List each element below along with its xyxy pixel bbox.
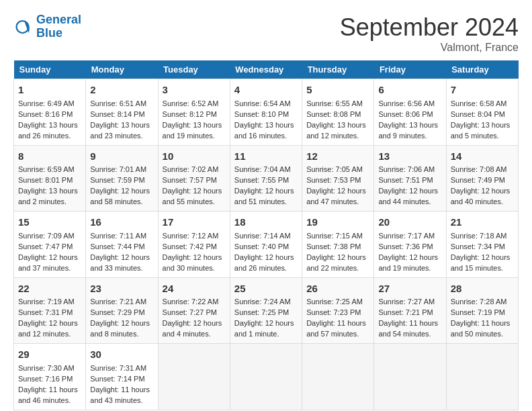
day-cell-7: 7Sunrise: 6:58 AMSunset: 8:04 PMDaylight… (446, 79, 518, 146)
day-number: 7 (451, 83, 514, 97)
daylight-label: Daylight: 13 hours and 5 minutes. (451, 121, 511, 140)
sunrise-label: Sunrise: 7:27 AM (378, 298, 435, 306)
logo-icon (13, 17, 34, 37)
day-number: 8 (18, 149, 81, 164)
day-number: 9 (90, 149, 153, 164)
day-cell-15: 15Sunrise: 7:09 AMSunset: 7:47 PMDayligh… (14, 212, 86, 278)
header-friday: Friday (374, 60, 446, 79)
daylight-label: Daylight: 13 hours and 19 minutes. (163, 121, 222, 140)
day-cell-2: 2Sunrise: 6:51 AMSunset: 8:14 PMDaylight… (86, 79, 158, 146)
sunrise-label: Sunrise: 7:24 AM (234, 298, 291, 306)
day-number: 20 (378, 215, 441, 230)
sunrise-label: Sunrise: 7:28 AM (451, 298, 507, 306)
sunset-label: Sunset: 8:16 PM (18, 110, 73, 118)
day-number: 30 (90, 347, 153, 362)
day-cell-21: 21Sunrise: 7:18 AMSunset: 7:34 PMDayligh… (446, 212, 518, 278)
sunset-label: Sunset: 8:12 PM (163, 110, 217, 118)
sunset-label: Sunset: 7:27 PM (163, 308, 217, 316)
day-cell-11: 11Sunrise: 7:04 AMSunset: 7:55 PMDayligh… (230, 145, 302, 212)
calendar-week-2: 8Sunrise: 6:59 AMSunset: 8:01 PMDaylight… (14, 145, 519, 212)
sunrise-label: Sunrise: 7:11 AM (90, 232, 146, 240)
day-cell-6: 6Sunrise: 6:56 AMSunset: 8:06 PMDaylight… (374, 79, 446, 146)
daylight-label: Daylight: 12 hours and 33 minutes. (90, 253, 150, 272)
daylight-label: Daylight: 11 hours and 50 minutes. (451, 319, 511, 338)
header-wednesday: Wednesday (230, 60, 302, 79)
location: Valmont, France (340, 42, 519, 54)
day-cell-16: 16Sunrise: 7:11 AMSunset: 7:44 PMDayligh… (86, 212, 158, 278)
sunset-label: Sunset: 7:21 PM (378, 308, 433, 316)
sunset-label: Sunset: 8:04 PM (451, 110, 505, 118)
header-tuesday: Tuesday (158, 60, 230, 79)
logo-text: General Blue (36, 13, 81, 40)
sunset-label: Sunset: 7:38 PM (306, 242, 361, 250)
day-number: 29 (18, 347, 81, 362)
sunset-label: Sunset: 7:59 PM (90, 176, 144, 184)
header-monday: Monday (86, 60, 158, 79)
day-number: 11 (234, 149, 298, 164)
sunrise-label: Sunrise: 7:17 AM (378, 232, 435, 240)
day-number: 18 (234, 215, 298, 230)
sunset-label: Sunset: 8:10 PM (234, 110, 289, 118)
day-number: 16 (90, 215, 153, 230)
sunrise-label: Sunrise: 7:19 AM (18, 298, 75, 306)
day-cell-17: 17Sunrise: 7:12 AMSunset: 7:42 PMDayligh… (158, 212, 230, 278)
daylight-label: Daylight: 11 hours and 54 minutes. (378, 319, 438, 338)
sunset-label: Sunset: 7:55 PM (234, 176, 289, 184)
sunset-label: Sunset: 8:01 PM (18, 176, 73, 184)
sunrise-label: Sunrise: 7:22 AM (163, 298, 219, 306)
day-number: 19 (306, 215, 369, 230)
sunrise-label: Sunrise: 7:15 AM (306, 232, 363, 240)
day-cell-5: 5Sunrise: 6:55 AMSunset: 8:08 PMDaylight… (302, 79, 374, 146)
sunset-label: Sunset: 7:57 PM (163, 176, 217, 184)
day-number: 2 (90, 83, 153, 97)
daylight-label: Daylight: 13 hours and 2 minutes. (18, 187, 78, 205)
day-number: 23 (90, 281, 153, 296)
sunrise-label: Sunrise: 6:55 AM (306, 99, 363, 107)
sunrise-label: Sunrise: 6:56 AM (378, 99, 435, 107)
sunset-label: Sunset: 7:34 PM (451, 242, 505, 250)
sunrise-label: Sunrise: 7:25 AM (306, 298, 363, 306)
day-cell-10: 10Sunrise: 7:02 AMSunset: 7:57 PMDayligh… (158, 145, 230, 212)
daylight-label: Daylight: 13 hours and 9 minutes. (378, 121, 438, 140)
empty-cell (158, 344, 230, 410)
sunrise-label: Sunrise: 7:21 AM (90, 298, 146, 306)
day-number: 24 (163, 281, 226, 296)
day-cell-18: 18Sunrise: 7:14 AMSunset: 7:40 PMDayligh… (230, 212, 302, 278)
header-thursday: Thursday (302, 60, 374, 79)
sunset-label: Sunset: 7:53 PM (306, 176, 361, 184)
sunrise-label: Sunrise: 7:05 AM (306, 165, 363, 173)
day-number: 4 (234, 83, 298, 97)
day-cell-30: 30Sunrise: 7:31 AMSunset: 7:14 PMDayligh… (86, 344, 158, 410)
daylight-label: Daylight: 13 hours and 16 minutes. (234, 121, 294, 140)
sunset-label: Sunset: 7:16 PM (18, 375, 73, 383)
sunrise-label: Sunrise: 7:18 AM (451, 232, 507, 240)
daylight-label: Daylight: 12 hours and 15 minutes. (451, 253, 511, 272)
day-cell-14: 14Sunrise: 7:08 AMSunset: 7:49 PMDayligh… (446, 145, 518, 212)
day-cell-3: 3Sunrise: 6:52 AMSunset: 8:12 PMDaylight… (158, 79, 230, 146)
day-number: 3 (163, 83, 226, 97)
day-cell-27: 27Sunrise: 7:27 AMSunset: 7:21 PMDayligh… (374, 277, 446, 344)
daylight-label: Daylight: 11 hours and 43 minutes. (90, 385, 150, 404)
sunrise-label: Sunrise: 7:06 AM (378, 165, 435, 173)
empty-cell (374, 344, 446, 410)
calendar-week-4: 22Sunrise: 7:19 AMSunset: 7:31 PMDayligh… (14, 277, 519, 344)
day-number: 14 (451, 149, 514, 164)
day-number: 28 (451, 281, 514, 296)
day-number: 26 (306, 281, 369, 296)
header-sunday: Sunday (14, 60, 86, 79)
daylight-label: Daylight: 12 hours and 4 minutes. (163, 319, 222, 338)
day-number: 15 (18, 215, 81, 230)
day-cell-4: 4Sunrise: 6:54 AMSunset: 8:10 PMDaylight… (230, 79, 302, 146)
daylight-label: Daylight: 12 hours and 30 minutes. (163, 253, 222, 272)
sunrise-label: Sunrise: 7:01 AM (90, 165, 146, 173)
logo-blue: Blue (36, 26, 62, 40)
sunrise-label: Sunrise: 7:30 AM (18, 364, 75, 372)
sunset-label: Sunset: 7:36 PM (378, 242, 433, 250)
sunset-label: Sunset: 8:14 PM (90, 110, 144, 118)
day-cell-24: 24Sunrise: 7:22 AMSunset: 7:27 PMDayligh… (158, 277, 230, 344)
sunset-label: Sunset: 7:25 PM (234, 308, 289, 316)
day-number: 22 (18, 281, 81, 296)
sunset-label: Sunset: 8:08 PM (306, 110, 361, 118)
empty-cell (230, 344, 302, 410)
page-header: General Blue September 2024 Valmont, Fra… (13, 13, 519, 54)
